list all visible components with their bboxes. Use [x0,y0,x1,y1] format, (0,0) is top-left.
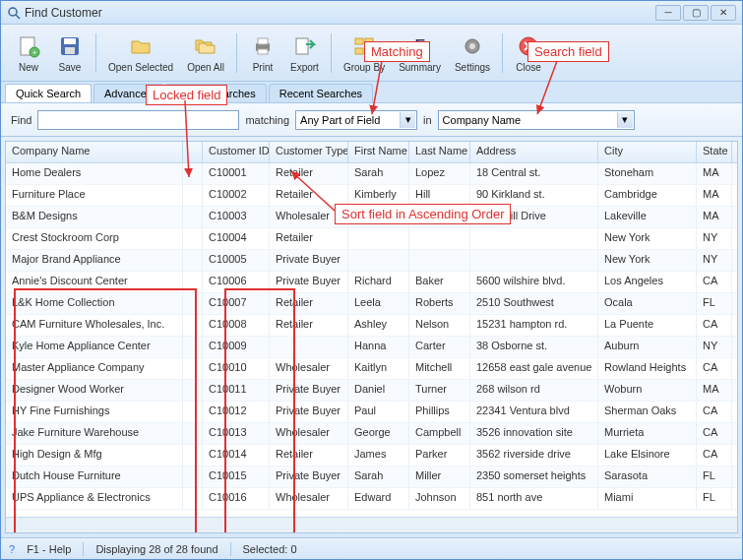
cell: Designer Wood Worker [6,380,183,401]
save-button[interactable]: Save [50,31,90,75]
search-field-combo[interactable]: Company Name ▾ [438,110,635,130]
table-row[interactable]: Major Brand ApplianceC10005Private Buyer… [6,250,737,272]
svg-point-0 [9,8,17,16]
summary-button[interactable]: ΣSummary [393,31,447,75]
cell: Kimberly [348,185,409,206]
svg-rect-13 [365,38,373,44]
tab-saved-searches[interactable]: Saved Searches [165,84,267,102]
cell: CA [697,315,732,336]
matching-combo[interactable]: Any Part of Field ▾ [295,110,417,130]
svg-rect-10 [258,49,268,54]
tab-quick-search[interactable]: Quick Search [5,84,92,102]
separator [83,542,84,556]
cell [183,293,203,314]
svg-rect-6 [64,38,76,44]
settings-button[interactable]: Settings [449,31,496,75]
horizontal-scrollbar[interactable] [6,517,737,532]
col-company[interactable]: Company Name [6,142,183,162]
col-city[interactable]: City [598,142,697,162]
cell: (212 [732,228,737,249]
cell: (548 [732,445,737,466]
col-customer-id[interactable]: Customer ID [203,142,270,162]
cell: 2510 Southwest [470,293,598,314]
table-row[interactable]: Furniture PlaceC10002RetailerKimberlyHil… [6,185,737,207]
cell: 3562 riverside drive [470,445,598,466]
svg-rect-14 [355,48,363,54]
table-row[interactable]: Master Appliance CompanyC10010Wholesaler… [6,358,737,380]
cell: (875 [732,358,737,379]
col-state[interactable]: State [697,142,732,162]
col-address[interactable]: Address [470,142,598,162]
cell: C10015 [203,467,270,487]
open-all-button[interactable]: Open All [181,31,230,75]
grid-body[interactable]: Home DealersC10001RetailerSarahLopez18 C… [6,163,737,517]
cell: Wholesaler [270,207,348,227]
cell: L&K Home Collection [6,293,183,314]
table-row[interactable]: B&M DesignsC10003WholesalerDeborahScott2… [6,207,737,228]
cell: Retailer [270,185,348,206]
find-input[interactable] [37,110,239,130]
cell: 15231 hampton rd. [470,315,598,336]
table-row[interactable]: L&K Home CollectionC10007RetailerLeelaRo… [6,293,737,315]
open-selected-button[interactable]: Open Selected [102,31,179,75]
cell: 2350 somerset heights [470,467,598,487]
cell: Lake Elsinore [598,445,697,466]
close-window-button[interactable]: ✕ [711,5,736,21]
minimize-button[interactable]: ─ [655,5,681,21]
table-row[interactable]: Home DealersC10001RetailerSarahLopez18 C… [6,163,737,185]
col-last-name[interactable]: Last Name [409,142,470,162]
col-first-name[interactable]: First Name [348,142,409,162]
table-row[interactable]: Crest Stockroom CorpC10004RetailerNew Yo… [6,228,737,250]
cell: Sherman Oaks [598,402,697,422]
svg-line-1 [16,15,20,19]
maximize-button[interactable]: ▢ [683,5,709,21]
svg-rect-12 [355,38,363,44]
cell: C10016 [203,488,270,509]
print-button[interactable]: Print [243,31,282,75]
new-button[interactable]: +New [9,31,48,75]
cell: Retailer [270,315,348,336]
close-button[interactable]: Close [509,31,548,75]
cell: Private Buyer [270,402,348,422]
cell: Lakeville [598,207,697,227]
find-label: Find [11,114,31,126]
cell: (617 [732,185,737,206]
cell: Private Buyer [270,467,348,487]
table-row[interactable]: High Design & MfgC10014RetailerJamesPark… [6,445,737,467]
cell: Master Appliance Company [6,358,183,379]
cell [183,467,203,487]
table-row[interactable]: Dutch House FurnitureC10015Private Buyer… [6,467,737,488]
table-row[interactable]: CAM Furniture Wholesales, Inc.C10008Reta… [6,315,737,337]
cell [183,272,203,292]
save-icon [56,32,84,60]
cell: Baker [409,272,470,292]
cell: La Puente [598,315,697,336]
cell: Ocala [598,293,697,314]
cell: 851 north ave [470,488,598,509]
cell [409,228,470,249]
table-row[interactable]: HY Fine FurnishingsC10012Private BuyerPa… [6,402,737,423]
cell: FL [697,293,732,314]
cell [470,228,598,249]
cell: (546 [732,380,737,401]
table-row[interactable]: Designer Wood WorkerC10011Private BuyerD… [6,380,737,402]
cell: Daniel [348,380,409,401]
cell: Kyle Home Appliance Center [6,337,183,357]
cell: Deborah [348,207,409,227]
col-customer-type[interactable]: Customer Type [270,142,348,162]
tab-advanced[interactable]: Advanced [93,84,163,102]
col-lock[interactable] [183,142,203,162]
table-row[interactable]: Kyle Home Appliance CenterC10009HannaCar… [6,337,737,358]
group-by-button[interactable]: Group By [338,31,391,75]
tab-recent-searches[interactable]: Recent Searches [269,84,373,102]
cell: CA [697,423,732,444]
table-row[interactable]: Jake Furniture WarehouseC10013Wholesaler… [6,423,737,445]
export-button[interactable]: Export [284,31,325,75]
toolbar-separator [95,33,96,73]
close-icon [515,32,542,60]
cell [409,250,470,271]
table-row[interactable]: UPS Appliance & ElectronicsC10016Wholesa… [6,488,737,510]
col-phone[interactable]: Phone [732,142,738,162]
table-row[interactable]: Annie's Discount CenterC10006Private Buy… [6,272,737,293]
gear-icon [459,32,486,60]
